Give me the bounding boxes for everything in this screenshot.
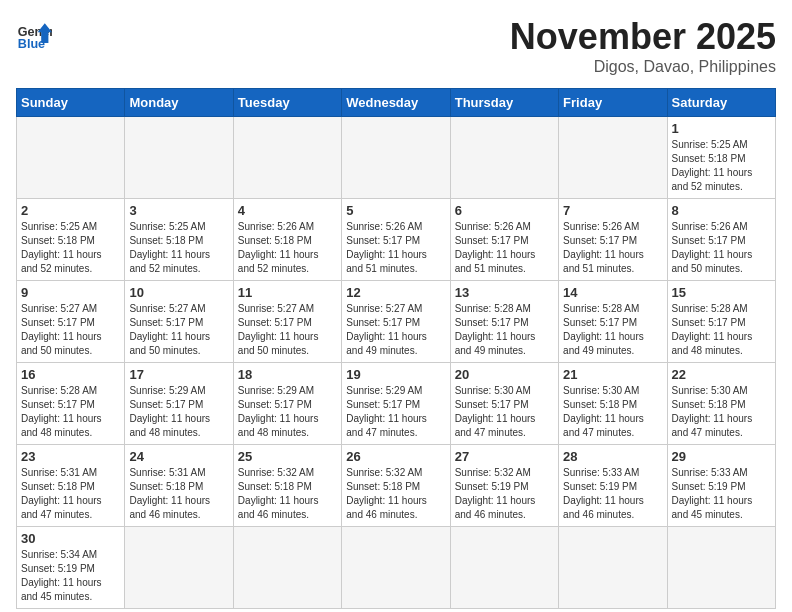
calendar-table: Sunday Monday Tuesday Wednesday Thursday…	[16, 88, 776, 609]
day-number: 30	[21, 531, 120, 546]
day-info: Sunrise: 5:32 AMSunset: 5:19 PMDaylight:…	[455, 466, 554, 522]
day-info: Sunrise: 5:27 AMSunset: 5:17 PMDaylight:…	[346, 302, 445, 358]
table-row: 19Sunrise: 5:29 AMSunset: 5:17 PMDayligh…	[342, 363, 450, 445]
day-info: Sunrise: 5:33 AMSunset: 5:19 PMDaylight:…	[563, 466, 662, 522]
day-number: 1	[672, 121, 771, 136]
table-row: 10Sunrise: 5:27 AMSunset: 5:17 PMDayligh…	[125, 281, 233, 363]
day-info: Sunrise: 5:31 AMSunset: 5:18 PMDaylight:…	[129, 466, 228, 522]
day-info: Sunrise: 5:25 AMSunset: 5:18 PMDaylight:…	[21, 220, 120, 276]
table-row: 12Sunrise: 5:27 AMSunset: 5:17 PMDayligh…	[342, 281, 450, 363]
empty-cell	[559, 117, 667, 199]
day-number: 28	[563, 449, 662, 464]
day-info: Sunrise: 5:32 AMSunset: 5:18 PMDaylight:…	[238, 466, 337, 522]
header-sunday: Sunday	[17, 89, 125, 117]
empty-cell	[233, 527, 341, 609]
svg-text:Blue: Blue	[18, 37, 45, 51]
header-wednesday: Wednesday	[342, 89, 450, 117]
table-row: 28Sunrise: 5:33 AMSunset: 5:19 PMDayligh…	[559, 445, 667, 527]
table-row: 6Sunrise: 5:26 AMSunset: 5:17 PMDaylight…	[450, 199, 558, 281]
calendar-week-row: 1Sunrise: 5:25 AMSunset: 5:18 PMDaylight…	[17, 117, 776, 199]
table-row: 25Sunrise: 5:32 AMSunset: 5:18 PMDayligh…	[233, 445, 341, 527]
day-number: 21	[563, 367, 662, 382]
table-row: 5Sunrise: 5:26 AMSunset: 5:17 PMDaylight…	[342, 199, 450, 281]
day-info: Sunrise: 5:29 AMSunset: 5:17 PMDaylight:…	[129, 384, 228, 440]
table-row: 9Sunrise: 5:27 AMSunset: 5:17 PMDaylight…	[17, 281, 125, 363]
table-row: 18Sunrise: 5:29 AMSunset: 5:17 PMDayligh…	[233, 363, 341, 445]
day-info: Sunrise: 5:28 AMSunset: 5:17 PMDaylight:…	[21, 384, 120, 440]
table-row: 22Sunrise: 5:30 AMSunset: 5:18 PMDayligh…	[667, 363, 775, 445]
empty-cell	[125, 527, 233, 609]
day-info: Sunrise: 5:29 AMSunset: 5:17 PMDaylight:…	[238, 384, 337, 440]
day-number: 24	[129, 449, 228, 464]
table-row: 30Sunrise: 5:34 AMSunset: 5:19 PMDayligh…	[17, 527, 125, 609]
day-info: Sunrise: 5:34 AMSunset: 5:19 PMDaylight:…	[21, 548, 120, 604]
table-row: 11Sunrise: 5:27 AMSunset: 5:17 PMDayligh…	[233, 281, 341, 363]
empty-cell	[17, 117, 125, 199]
table-row: 27Sunrise: 5:32 AMSunset: 5:19 PMDayligh…	[450, 445, 558, 527]
day-info: Sunrise: 5:30 AMSunset: 5:18 PMDaylight:…	[563, 384, 662, 440]
calendar-week-row: 30Sunrise: 5:34 AMSunset: 5:19 PMDayligh…	[17, 527, 776, 609]
table-row: 3Sunrise: 5:25 AMSunset: 5:18 PMDaylight…	[125, 199, 233, 281]
page-title: November 2025	[510, 16, 776, 58]
day-info: Sunrise: 5:25 AMSunset: 5:18 PMDaylight:…	[129, 220, 228, 276]
day-number: 8	[672, 203, 771, 218]
day-number: 10	[129, 285, 228, 300]
table-row: 17Sunrise: 5:29 AMSunset: 5:17 PMDayligh…	[125, 363, 233, 445]
day-number: 15	[672, 285, 771, 300]
header-thursday: Thursday	[450, 89, 558, 117]
day-number: 6	[455, 203, 554, 218]
day-number: 12	[346, 285, 445, 300]
table-row: 23Sunrise: 5:31 AMSunset: 5:18 PMDayligh…	[17, 445, 125, 527]
day-number: 25	[238, 449, 337, 464]
day-info: Sunrise: 5:26 AMSunset: 5:17 PMDaylight:…	[455, 220, 554, 276]
day-info: Sunrise: 5:25 AMSunset: 5:18 PMDaylight:…	[672, 138, 771, 194]
day-info: Sunrise: 5:31 AMSunset: 5:18 PMDaylight:…	[21, 466, 120, 522]
empty-cell	[559, 527, 667, 609]
day-number: 19	[346, 367, 445, 382]
title-area: November 2025 Digos, Davao, Philippines	[510, 16, 776, 76]
calendar-week-row: 2Sunrise: 5:25 AMSunset: 5:18 PMDaylight…	[17, 199, 776, 281]
table-row: 7Sunrise: 5:26 AMSunset: 5:17 PMDaylight…	[559, 199, 667, 281]
day-info: Sunrise: 5:30 AMSunset: 5:17 PMDaylight:…	[455, 384, 554, 440]
calendar-week-row: 9Sunrise: 5:27 AMSunset: 5:17 PMDaylight…	[17, 281, 776, 363]
day-number: 22	[672, 367, 771, 382]
day-info: Sunrise: 5:26 AMSunset: 5:17 PMDaylight:…	[563, 220, 662, 276]
day-number: 5	[346, 203, 445, 218]
day-number: 13	[455, 285, 554, 300]
logo-icon: General Blue	[16, 16, 52, 52]
table-row: 14Sunrise: 5:28 AMSunset: 5:17 PMDayligh…	[559, 281, 667, 363]
empty-cell	[233, 117, 341, 199]
day-number: 7	[563, 203, 662, 218]
day-number: 29	[672, 449, 771, 464]
table-row: 26Sunrise: 5:32 AMSunset: 5:18 PMDayligh…	[342, 445, 450, 527]
empty-cell	[125, 117, 233, 199]
page-subtitle: Digos, Davao, Philippines	[510, 58, 776, 76]
table-row: 21Sunrise: 5:30 AMSunset: 5:18 PMDayligh…	[559, 363, 667, 445]
table-row: 29Sunrise: 5:33 AMSunset: 5:19 PMDayligh…	[667, 445, 775, 527]
day-info: Sunrise: 5:28 AMSunset: 5:17 PMDaylight:…	[563, 302, 662, 358]
day-info: Sunrise: 5:26 AMSunset: 5:18 PMDaylight:…	[238, 220, 337, 276]
day-number: 2	[21, 203, 120, 218]
table-row: 2Sunrise: 5:25 AMSunset: 5:18 PMDaylight…	[17, 199, 125, 281]
day-number: 11	[238, 285, 337, 300]
empty-cell	[342, 527, 450, 609]
empty-cell	[342, 117, 450, 199]
table-row: 13Sunrise: 5:28 AMSunset: 5:17 PMDayligh…	[450, 281, 558, 363]
table-row: 24Sunrise: 5:31 AMSunset: 5:18 PMDayligh…	[125, 445, 233, 527]
day-info: Sunrise: 5:30 AMSunset: 5:18 PMDaylight:…	[672, 384, 771, 440]
day-info: Sunrise: 5:29 AMSunset: 5:17 PMDaylight:…	[346, 384, 445, 440]
empty-cell	[450, 117, 558, 199]
day-info: Sunrise: 5:32 AMSunset: 5:18 PMDaylight:…	[346, 466, 445, 522]
day-number: 4	[238, 203, 337, 218]
day-info: Sunrise: 5:26 AMSunset: 5:17 PMDaylight:…	[346, 220, 445, 276]
logo: General Blue	[16, 16, 52, 52]
table-row: 16Sunrise: 5:28 AMSunset: 5:17 PMDayligh…	[17, 363, 125, 445]
day-number: 16	[21, 367, 120, 382]
day-number: 14	[563, 285, 662, 300]
day-info: Sunrise: 5:26 AMSunset: 5:17 PMDaylight:…	[672, 220, 771, 276]
calendar-week-row: 23Sunrise: 5:31 AMSunset: 5:18 PMDayligh…	[17, 445, 776, 527]
day-number: 23	[21, 449, 120, 464]
table-row: 20Sunrise: 5:30 AMSunset: 5:17 PMDayligh…	[450, 363, 558, 445]
day-info: Sunrise: 5:27 AMSunset: 5:17 PMDaylight:…	[238, 302, 337, 358]
day-number: 9	[21, 285, 120, 300]
